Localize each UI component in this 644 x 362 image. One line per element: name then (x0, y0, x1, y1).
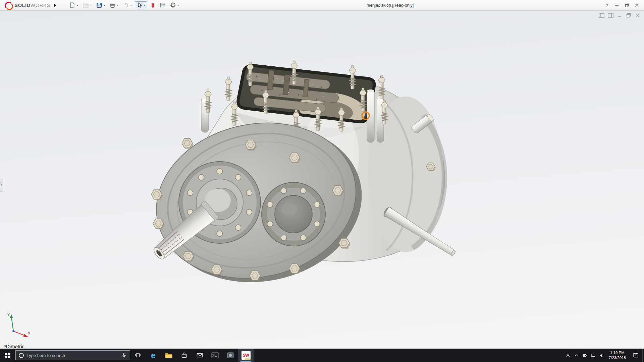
start-button[interactable] (0, 349, 15, 362)
cortana-icon (19, 353, 24, 358)
network-icon (591, 353, 596, 358)
document-window-controls (599, 13, 641, 18)
x-axis-label: X (28, 331, 31, 335)
titlebar: SOLIDWORKS (0, 0, 644, 11)
taskbar-solidworks-button[interactable]: SW 2017 (238, 349, 254, 362)
search-input[interactable] (26, 353, 119, 358)
action-center-icon (633, 353, 639, 358)
new-document-button[interactable] (68, 1, 80, 9)
dropdown-caret-icon (103, 5, 105, 6)
chevron-up-icon (574, 353, 579, 358)
sheet-grid-icon (160, 2, 166, 8)
close-icon (635, 3, 639, 7)
battery-status-button[interactable] (581, 349, 589, 362)
taskbar-mail-button[interactable] (192, 349, 207, 362)
save-button[interactable] (95, 1, 107, 9)
open-folder-icon (83, 2, 89, 8)
mail-icon (197, 353, 203, 358)
dropdown-caret-icon (130, 5, 132, 6)
printer-icon (110, 2, 115, 8)
x-axis-arrow-icon (23, 334, 29, 337)
reference-triad: Y X (5, 312, 32, 339)
options-button[interactable] (168, 1, 181, 9)
clock-time: 1:19 PM (609, 350, 626, 355)
tray-overflow-button[interactable] (572, 349, 581, 362)
edge-icon: e (151, 351, 156, 360)
y-axis-arrow-icon (10, 314, 13, 318)
dropdown-caret-icon (177, 5, 179, 6)
y-axis-label: Y (7, 313, 10, 317)
restore-icon (625, 3, 629, 7)
microphone-icon[interactable] (122, 353, 127, 358)
app-window-gray-icon (227, 352, 234, 358)
save-floppy-icon (96, 2, 102, 8)
quick-access-toolbar (68, 1, 181, 9)
solidworks-app-icon: SW 2017 (241, 351, 251, 360)
volume-button[interactable] (597, 349, 606, 362)
panel-collapse-tab[interactable] (0, 178, 3, 192)
dropdown-caret-icon (144, 5, 146, 6)
mdi-close-icon[interactable] (635, 13, 641, 18)
appearance-button[interactable] (148, 1, 157, 9)
z-axis-dot-icon (12, 330, 14, 332)
appearance-icon (150, 2, 156, 8)
undo-button[interactable] (121, 1, 134, 9)
pane-right-icon[interactable] (608, 13, 613, 18)
menu-expand-arrow-icon[interactable] (54, 3, 56, 7)
help-button[interactable]: ? (602, 0, 612, 11)
volume-icon (599, 353, 604, 358)
graphics-area[interactable]: Y X *Dimetric (0, 11, 644, 349)
print-button[interactable] (108, 1, 120, 9)
dropdown-caret-icon (76, 5, 78, 6)
clock-date: 7/23/2018 (609, 355, 626, 360)
new-document-icon (69, 2, 75, 8)
sheet-properties-button[interactable] (158, 1, 167, 9)
show-desktop-button[interactable] (642, 349, 644, 362)
document-title: menjac sklop [Read-only] (367, 3, 414, 8)
network-status-button[interactable] (589, 349, 597, 362)
pane-left-icon[interactable] (599, 13, 604, 18)
mdi-restore-icon[interactable] (626, 13, 632, 18)
mdi-minimize-icon[interactable] (617, 13, 623, 18)
restore-button[interactable] (622, 0, 632, 11)
solidworks-logo: SOLIDWORKS (4, 1, 50, 10)
gear-icon (170, 2, 176, 8)
people-button[interactable] (564, 349, 572, 362)
select-cursor-icon (137, 2, 142, 8)
store-bag-icon (181, 352, 187, 358)
brand-text: SOLIDWORKS (14, 2, 50, 8)
windows-logo-icon (5, 353, 10, 358)
window-controls: ? (602, 0, 642, 11)
taskbar-app2-button[interactable] (223, 349, 238, 362)
battery-icon (582, 353, 587, 358)
ds-logo-icon (4, 1, 13, 10)
open-document-button[interactable] (81, 1, 94, 9)
taskbar-search[interactable] (15, 350, 130, 360)
side-cover (262, 182, 325, 246)
taskbar-clock[interactable]: 1:19 PM 7/23/2018 (606, 350, 629, 360)
windows-taskbar: e SW 2017 (0, 349, 644, 362)
select-tool-button[interactable] (135, 1, 147, 9)
taskbar-app1-button[interactable] (207, 349, 223, 362)
dropdown-caret-icon (117, 5, 119, 6)
task-view-button[interactable] (130, 349, 146, 362)
taskbar-edge-button[interactable]: e (146, 349, 161, 362)
action-center-button[interactable] (629, 349, 642, 362)
taskbar-store-button[interactable] (176, 349, 192, 362)
app-window-dark-icon (211, 352, 219, 358)
person-icon (566, 353, 571, 358)
gearbox-model-3d[interactable] (0, 11, 644, 349)
dropdown-caret-icon (90, 5, 92, 6)
minimize-icon (615, 3, 619, 7)
taskbar-explorer-button[interactable] (161, 349, 176, 362)
undo-arrow-icon (123, 2, 129, 8)
file-explorer-icon (165, 352, 172, 358)
minimize-button[interactable] (612, 0, 622, 11)
system-tray: 1:19 PM 7/23/2018 (564, 349, 644, 362)
task-view-icon (135, 353, 141, 358)
close-button[interactable] (632, 0, 642, 11)
